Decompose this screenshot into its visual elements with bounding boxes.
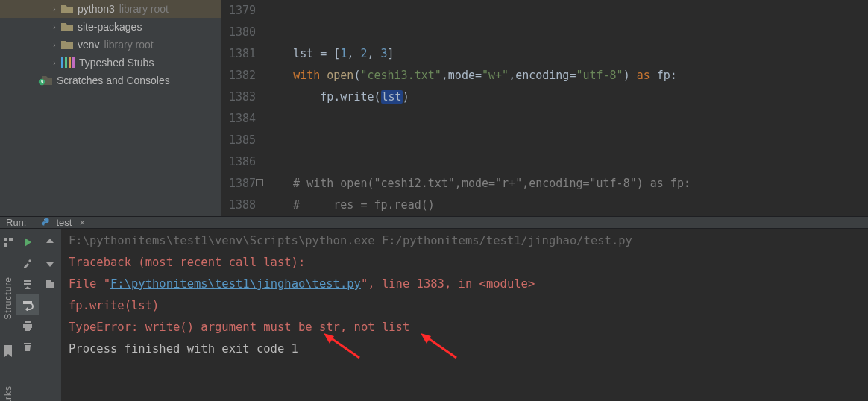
code-line: # res = fp.read(): [266, 195, 868, 216]
settings-button[interactable]: [16, 253, 39, 274]
tree-item-label: Scratches and Consoles: [57, 75, 170, 86]
soft-wrap-button[interactable]: [16, 294, 39, 315]
structure-toolwindow-button[interactable]: [2, 236, 14, 251]
run-tab[interactable]: test ×: [35, 217, 91, 228]
svg-rect-3: [9, 238, 13, 241]
scroll-to-end-button[interactable]: [16, 274, 39, 294]
folder-icon: [61, 22, 73, 32]
chevron-right-icon: ›: [48, 59, 61, 67]
fold-icon[interactable]: [256, 179, 263, 186]
bookmarks-toolwindow-button[interactable]: [3, 345, 13, 360]
console-line: F:\pythonitems\test1\venv\Scripts\python…: [69, 230, 868, 252]
code-line: [266, 0, 868, 22]
tree-item-label: python3: [78, 3, 115, 15]
chevron-right-icon: ›: [48, 23, 61, 31]
run-toolwindow-header[interactable]: Run: test ×: [0, 216, 868, 229]
export-button[interactable]: [39, 274, 61, 294]
run-action-column-1: [16, 229, 39, 401]
tree-item-suffix: library root: [119, 3, 169, 15]
folder-icon: [61, 40, 73, 50]
console-line: File "F:\pythonitems\test1\jinghao\test.…: [69, 274, 868, 295]
code-line: [266, 130, 868, 151]
left-toolwindow-strip[interactable]: Structure Bookmarks: [0, 229, 16, 401]
file-link[interactable]: F:\pythonitems\test1\jinghao\test.py: [110, 277, 361, 291]
tree-item-python3[interactable]: › python3 library root: [0, 0, 221, 18]
rerun-button[interactable]: [16, 232, 39, 253]
structure-label: Structure: [3, 277, 13, 320]
console-line: Traceback (most recent call last):: [69, 252, 868, 274]
code-line: lst = [1, 2, 3]: [266, 43, 868, 65]
tree-item-label: venv: [78, 39, 100, 51]
close-icon[interactable]: ×: [79, 217, 85, 228]
delete-button[interactable]: [16, 336, 39, 357]
bookmarks-label: Bookmarks: [3, 385, 13, 401]
code-area[interactable]: lst = [1, 2, 3] with open("ceshi3.txt",m…: [266, 0, 868, 216]
typeshed-icon: [61, 57, 75, 68]
svg-rect-4: [4, 243, 7, 247]
chevron-right-icon: ›: [48, 41, 61, 49]
run-title: Run:: [6, 217, 26, 228]
code-editor[interactable]: 1379 1380 1381 1382 1383 1384 1385 1386 …: [221, 0, 868, 216]
down-button[interactable]: [39, 253, 61, 274]
code-line: fp.write(lst): [266, 86, 868, 108]
code-line: [266, 108, 868, 130]
chevron-right-icon: ›: [48, 5, 61, 13]
tree-item-typeshed[interactable]: › Typeshed Stubs: [0, 54, 221, 72]
code-line: # with open("ceshi2.txt",mode="r+",encod…: [266, 173, 868, 195]
tree-item-site-packages[interactable]: › site-packages: [0, 18, 221, 36]
tree-item-label: site-packages: [78, 21, 142, 33]
console-line: TypeError: write() argument must be str,…: [69, 317, 868, 338]
print-button[interactable]: [16, 315, 39, 336]
console-output[interactable]: F:\pythonitems\test1\venv\Scripts\python…: [61, 229, 868, 401]
python-icon: [41, 218, 51, 228]
tree-item-scratches[interactable]: › Scratches and Consoles: [0, 72, 221, 89]
up-button[interactable]: [39, 232, 61, 253]
tree-item-venv[interactable]: › venv library root: [0, 36, 221, 54]
tree-item-label: Typeshed Stubs: [79, 57, 154, 69]
tree-item-suffix: library root: [104, 39, 154, 51]
svg-rect-2: [4, 238, 7, 241]
code-line: [266, 22, 868, 43]
code-line: [266, 151, 868, 173]
run-tab-label: test: [56, 217, 72, 228]
run-action-column-2: [39, 229, 61, 401]
console-line: fp.write(lst): [69, 295, 868, 317]
console-line: Process finished with exit code 1: [69, 338, 868, 360]
project-tree[interactable]: › python3 library root › site-packages ›: [0, 0, 221, 216]
svg-point-1: [45, 218, 45, 219]
scratches-icon: [40, 75, 52, 86]
code-line: with open("ceshi3.txt",mode="w+",encodin…: [266, 65, 868, 86]
folder-icon: [61, 4, 73, 14]
